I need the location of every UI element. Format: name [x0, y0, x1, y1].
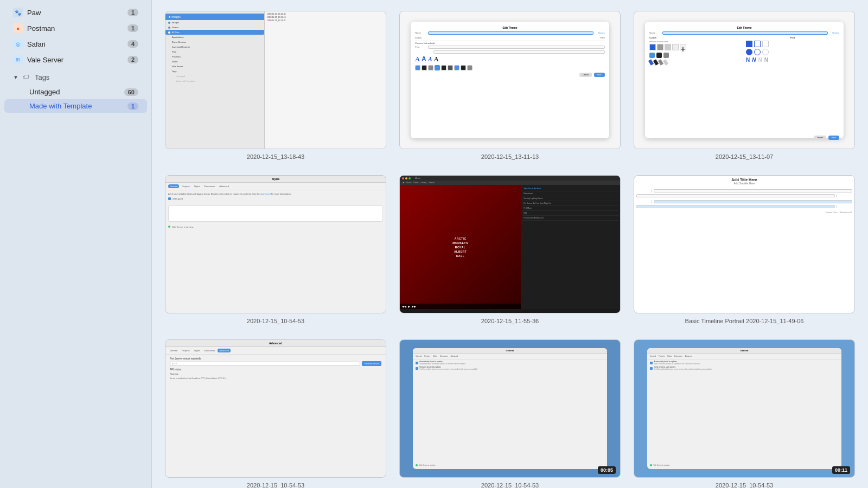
video-badge-9: 00:11	[832, 466, 850, 474]
sidebar-item-paw[interactable]: 🐾 Paw 1	[4, 5, 147, 20]
sidebar-badge-vale-server: 2	[127, 56, 138, 63]
grid-item-9[interactable]: General General Projects Styles Extensio…	[634, 339, 855, 488]
thumbnail-8: General General Projects Styles Extensio…	[399, 339, 621, 478]
sidebar-label-paw: Paw	[27, 9, 127, 17]
sim-screen-4: Styles General Projects Styles Extension…	[165, 176, 386, 313]
grid-item-3[interactable]: Edit Theme Name Shadow Colors Add up to …	[634, 11, 855, 160]
caption-7: 2020-12-15_10-54-53	[247, 482, 304, 488]
screenshot-grid: ▼ Images Images Videos All Files Applica…	[165, 11, 855, 488]
sim-screen-5: Music ◀ Home Radio Library Search ARCTIC…	[400, 176, 620, 313]
sim-screen-6: Add Title Here Add Subtitle Here	[634, 176, 854, 313]
thumbnail-2: Edit Theme Name Shadow Colors Font Choos…	[399, 11, 621, 149]
tag-item-made-with-template[interactable]: Made with Template 1	[4, 99, 147, 113]
sidebar-item-safari[interactable]: ◎ Safari 4	[4, 36, 147, 52]
tags-chevron-icon: ▼	[13, 74, 18, 80]
tags-header[interactable]: ▼ 🏷 Tags	[4, 69, 147, 85]
tag-icon: 🏷	[21, 72, 30, 82]
sidebar-item-postman[interactable]: ● Postman 1	[4, 21, 147, 36]
thumbnail-4: Styles General Projects Styles Extension…	[165, 175, 386, 313]
main-content: ▼ Images Images Videos All Files Applica…	[152, 0, 868, 488]
grid-item-7[interactable]: Advanced General Projects Styles Extensi…	[165, 339, 386, 488]
sidebar-badge-paw: 1	[127, 9, 138, 16]
grid-item-6[interactable]: Add Title Here Add Subtitle Here	[634, 175, 855, 324]
sidebar-label-vale-server: Vale Server	[27, 56, 127, 64]
vale-server-icon: ⊞	[13, 55, 23, 65]
grid-item-4[interactable]: Styles General Projects Styles Extension…	[165, 175, 386, 324]
caption-8: 2020-12-15_10-54-53	[481, 482, 539, 488]
tags-label: Tags	[35, 73, 49, 81]
grid-item-1[interactable]: ▼ Images Images Videos All Files Applica…	[165, 11, 386, 160]
video-badge-8: 00:05	[598, 466, 616, 474]
thumbnail-9: General General Projects Styles Extensio…	[634, 339, 855, 478]
paw-icon: 🐾	[13, 8, 23, 17]
tag-badge-made-with-template: 1	[127, 102, 138, 110]
sidebar-label-safari: Safari	[27, 40, 127, 48]
thumbnail-6: Add Title Here Add Subtitle Here	[634, 175, 855, 313]
sim-screen-1: ▼ Images Images Videos All Files Applica…	[165, 11, 386, 149]
caption-2: 2020-12-15_13-11-13	[481, 153, 539, 160]
sim-screen-9: General General Projects Styles Extensio…	[634, 340, 854, 477]
grid-item-8[interactable]: General General Projects Styles Extensio…	[399, 339, 621, 488]
thumbnail-3: Edit Theme Name Shadow Colors Add up to …	[634, 11, 855, 149]
safari-icon: ◎	[13, 39, 23, 49]
tag-label-untagged: Untagged	[29, 88, 60, 96]
sim-screen-7: Advanced General Projects Styles Extensi…	[165, 340, 386, 477]
sidebar: 🐾 Paw 1 ● Postman 1 ◎ Safari 4 ⊞ Vale Se…	[0, 0, 152, 488]
caption-5: 2020-12-15_11-55-36	[481, 318, 539, 324]
caption-1: 2020-12-15_13-18-43	[247, 153, 304, 160]
caption-4: 2020-12-15_10-54-53	[247, 318, 304, 324]
sim-screen-3: Edit Theme Name Shadow Colors Add up to …	[634, 11, 854, 149]
caption-9: 2020-12-15_10-54-53	[716, 482, 773, 488]
sidebar-label-postman: Postman	[27, 24, 127, 33]
tags-section: ▼ 🏷 Tags Untagged 60 Made with Template …	[0, 69, 151, 113]
tag-label-made-with-template: Made with Template	[29, 102, 92, 110]
tag-badge-untagged: 60	[124, 88, 138, 96]
sim-screen-8: General General Projects Styles Extensio…	[400, 340, 620, 477]
sidebar-badge-postman: 1	[127, 24, 138, 32]
sim-screen-2: Edit Theme Name Shadow Colors Font Choos…	[400, 11, 620, 149]
tag-item-untagged[interactable]: Untagged 60	[4, 85, 147, 99]
postman-icon: ●	[13, 23, 23, 33]
sidebar-badge-safari: 4	[127, 40, 138, 48]
sidebar-item-vale-server[interactable]: ⊞ Vale Server 2	[4, 52, 147, 67]
caption-6: Basic Timeline Portrait 2020-12-15_11-49…	[685, 318, 804, 324]
thumbnail-7: Advanced General Projects Styles Extensi…	[165, 339, 386, 478]
thumbnail-1: ▼ Images Images Videos All Files Applica…	[165, 11, 386, 149]
thumbnail-5: Music ◀ Home Radio Library Search ARCTIC…	[399, 175, 621, 313]
grid-item-2[interactable]: Edit Theme Name Shadow Colors Font Choos…	[399, 11, 621, 160]
grid-item-5[interactable]: Music ◀ Home Radio Library Search ARCTIC…	[399, 175, 621, 324]
caption-3: 2020-12-15_13-11-07	[716, 153, 773, 160]
